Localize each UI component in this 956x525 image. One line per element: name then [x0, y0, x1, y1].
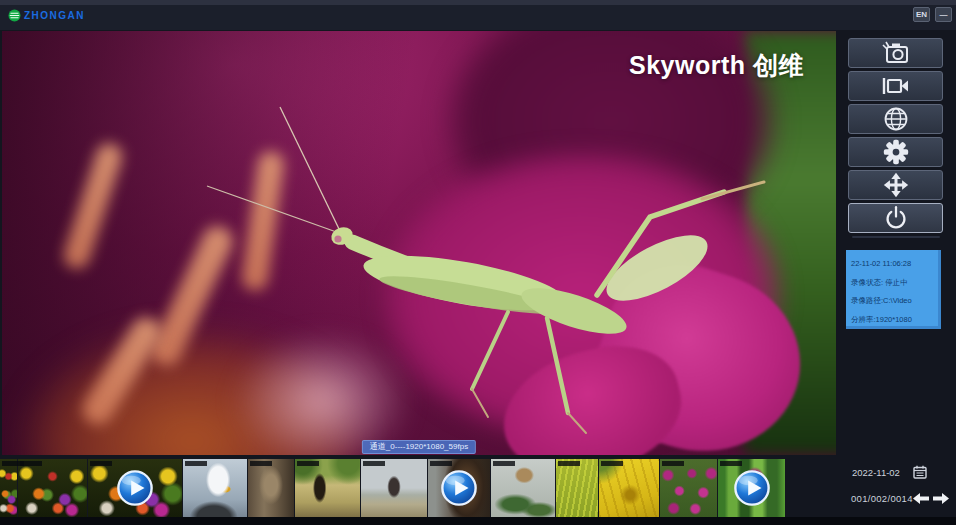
record-button[interactable] — [848, 71, 943, 101]
thumbnail-timestamp-label — [601, 461, 623, 466]
channel-info-badge: 通道_0----1920*1080_59fps — [362, 440, 476, 454]
calendar-icon — [913, 465, 927, 479]
video-thumbnail[interactable] — [248, 459, 294, 517]
previous-button[interactable] — [913, 493, 929, 504]
bottom-border — [0, 517, 956, 525]
globe-icon — [880, 104, 912, 134]
network-button[interactable] — [848, 104, 943, 134]
camera-icon — [880, 38, 912, 68]
thumbnail-timestamp-label — [90, 461, 112, 466]
mantis-figure — [2, 31, 836, 455]
power-button[interactable] — [848, 203, 943, 233]
thumbnail-timestamp-label — [250, 461, 272, 466]
thumbnail-timestamp-label — [662, 461, 684, 466]
play-button-icon[interactable] — [440, 469, 478, 507]
video-thumbnail[interactable] — [88, 459, 182, 517]
arrow-left-icon — [913, 493, 929, 504]
settings-button[interactable] — [848, 137, 943, 167]
thumbnail-timestamp-label — [493, 461, 515, 466]
logo-globe-icon — [8, 9, 21, 22]
next-button[interactable] — [933, 493, 949, 504]
video-thumbnail[interactable] — [18, 459, 87, 517]
app-window: ZHONGAN EN — — [0, 0, 956, 525]
pan-tilt-button[interactable] — [848, 170, 943, 200]
language-button[interactable]: EN — [913, 7, 930, 22]
thumbnail-strip — [0, 459, 785, 517]
video-camera-icon — [880, 71, 912, 101]
video-thumbnail[interactable] — [295, 459, 360, 517]
thumbnail-timestamp-label — [297, 461, 319, 466]
logo-text: ZHONGAN — [24, 10, 85, 21]
thumbnail-timestamp-label — [720, 461, 742, 466]
video-thumbnail[interactable] — [556, 459, 598, 517]
video-watermark: Skyworth 创维 — [629, 49, 804, 82]
frame-counter: 001/002/0014 — [851, 493, 909, 504]
move-arrows-icon — [880, 170, 912, 200]
playback-controls: 2022-11-02 001/002/0014 — [845, 458, 953, 504]
resolution: 分辨率:1920*1080 — [851, 311, 941, 330]
app-logo: ZHONGAN — [8, 9, 85, 22]
video-thumbnail[interactable] — [0, 459, 17, 517]
video-thumbnail[interactable] — [491, 459, 555, 517]
date-value: 2022-11-02 — [852, 467, 908, 478]
video-thumbnail[interactable] — [599, 459, 659, 517]
video-thumbnail[interactable] — [428, 459, 490, 517]
title-bar: ZHONGAN EN — — [0, 0, 956, 30]
thumbnail-timestamp-label — [185, 461, 207, 466]
play-button-icon[interactable] — [116, 469, 154, 507]
calendar-button[interactable] — [913, 465, 927, 479]
status-timestamp: 22-11-02 11:06:28 — [851, 255, 941, 274]
tool-sidebar — [848, 38, 943, 244]
recording-state: 录像状态: 停止中 — [851, 274, 941, 293]
video-feed[interactable]: Skyworth 创维 通道_0----1920*1080_59fps — [2, 31, 836, 455]
arrow-right-icon — [933, 493, 949, 504]
video-thumbnail[interactable] — [183, 459, 247, 517]
power-icon — [880, 203, 912, 233]
gear-icon — [880, 137, 912, 167]
thumbnail-timestamp-label — [363, 461, 385, 466]
thumbnail-timestamp-label — [558, 461, 580, 466]
sidebar-divider — [852, 236, 940, 238]
video-thumbnail[interactable] — [718, 459, 785, 517]
recording-path: 录像路径:C:\Video — [851, 292, 941, 311]
video-thumbnail[interactable] — [361, 459, 427, 517]
video-thumbnail[interactable] — [660, 459, 717, 517]
snapshot-button[interactable] — [848, 38, 943, 68]
minimize-button[interactable]: — — [935, 7, 952, 22]
play-button-icon[interactable] — [733, 469, 771, 507]
recording-status-panel: 22-11-02 11:06:28 录像状态: 停止中 录像路径:C:\Vide… — [846, 250, 941, 329]
thumbnail-timestamp-label — [430, 461, 452, 466]
thumbnail-timestamp-label — [20, 461, 42, 466]
